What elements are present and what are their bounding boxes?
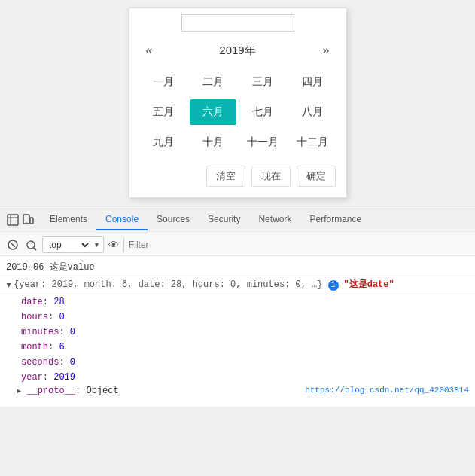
devtools-toolbar: top ▼ 👁 bbox=[0, 233, 475, 256]
device-icon[interactable] bbox=[21, 213, 35, 227]
inspect-icon[interactable] bbox=[6, 213, 20, 227]
svg-line-7 bbox=[11, 243, 15, 247]
month-cell-11[interactable]: 十一月 bbox=[239, 130, 286, 155]
prop-minutes: minutes: 0 bbox=[0, 325, 475, 340]
prop-year: year: 2019 bbox=[0, 370, 475, 385]
tab-console[interactable]: Console bbox=[96, 209, 148, 230]
context-selector[interactable]: top ▼ bbox=[42, 236, 104, 253]
proto-expand-arrow[interactable]: ▶ bbox=[17, 387, 21, 395]
month-cell-4[interactable]: 四月 bbox=[289, 69, 336, 95]
confirm-button[interactable]: 确定 bbox=[297, 166, 336, 187]
console-obj-line: ▶ {year: 2019, month: 6, date: 28, hours… bbox=[0, 276, 475, 294]
console-text-1: 2019-06 这是value bbox=[6, 262, 95, 273]
filter-input[interactable] bbox=[129, 240, 469, 250]
svg-point-8 bbox=[27, 241, 35, 249]
eye-icon[interactable]: 👁 bbox=[108, 239, 119, 251]
calendar-input-row bbox=[129, 8, 346, 38]
console-value-line: 2019-06 这是value bbox=[0, 259, 475, 276]
month-cell-10[interactable]: 十月 bbox=[190, 130, 236, 155]
calendar-input[interactable] bbox=[181, 14, 294, 32]
year-label: 2019年 bbox=[219, 44, 255, 58]
months-grid: 一月二月三月四月五月六月七月八月九月十月十一月十二月 bbox=[129, 63, 346, 161]
tab-elements[interactable]: Elements bbox=[41, 209, 96, 230]
month-cell-2[interactable]: 二月 bbox=[190, 69, 236, 95]
calendar-nav: « 2019年 » bbox=[129, 38, 346, 63]
month-cell-6[interactable]: 六月 bbox=[190, 99, 236, 125]
tab-sources[interactable]: Sources bbox=[148, 209, 199, 230]
obj-summary: {year: 2019, month: 6, date: 28, hours: … bbox=[14, 278, 322, 291]
tab-security[interactable]: Security bbox=[199, 209, 249, 230]
url-hint: https://blog.csdn.net/qq_42003814 bbox=[305, 386, 469, 395]
info-icon[interactable]: i bbox=[328, 280, 339, 291]
devtools-panel: Elements Console Sources Security Networ… bbox=[0, 206, 475, 407]
svg-line-9 bbox=[34, 248, 36, 250]
proto-label: __proto__: Object bbox=[26, 386, 118, 396]
svg-rect-4 bbox=[30, 218, 33, 224]
toolbar-divider bbox=[123, 238, 124, 252]
chevron-down-icon: ▼ bbox=[93, 241, 100, 249]
month-cell-12[interactable]: 十二月 bbox=[289, 130, 336, 155]
svg-rect-3 bbox=[23, 215, 29, 224]
month-cell-9[interactable]: 九月 bbox=[140, 130, 187, 155]
proto-line: ▶ __proto__: Object https://blog.csdn.ne… bbox=[0, 385, 475, 397]
tab-network[interactable]: Network bbox=[249, 209, 300, 230]
month-cell-7[interactable]: 七月 bbox=[239, 99, 286, 125]
month-cell-8[interactable]: 八月 bbox=[289, 99, 336, 125]
context-dropdown[interactable]: top bbox=[46, 239, 91, 251]
devtools-tabs: Elements Console Sources Security Networ… bbox=[0, 206, 475, 233]
calendar-footer: 清空 现在 确定 bbox=[129, 161, 346, 190]
prop-seconds: seconds: 0 bbox=[0, 355, 475, 370]
console-output: 2019-06 这是value ▶ {year: 2019, month: 6,… bbox=[0, 256, 475, 407]
next-year-arrow[interactable]: » bbox=[318, 42, 334, 59]
prop-date: date: 28 bbox=[0, 294, 475, 310]
now-button[interactable]: 现在 bbox=[251, 166, 291, 187]
clear-button[interactable]: 清空 bbox=[206, 166, 245, 187]
expand-arrow[interactable]: ▶ bbox=[2, 283, 15, 288]
filter-icon[interactable] bbox=[24, 238, 38, 252]
month-cell-5[interactable]: 五月 bbox=[140, 99, 187, 125]
month-cell-1[interactable]: 一月 bbox=[140, 69, 187, 95]
prop-hours: hours: 0 bbox=[0, 310, 475, 325]
obj-string-value: "这是date" bbox=[344, 278, 394, 291]
prev-year-arrow[interactable]: « bbox=[142, 42, 157, 59]
svg-rect-0 bbox=[8, 215, 18, 225]
month-cell-3[interactable]: 三月 bbox=[239, 69, 286, 95]
tab-performance[interactable]: Performance bbox=[300, 209, 370, 230]
clear-console-icon[interactable] bbox=[6, 238, 20, 252]
calendar-picker: « 2019年 » 一月二月三月四月五月六月七月八月九月十月十一月十二月 清空 … bbox=[129, 8, 347, 198]
prop-month: month: 6 bbox=[0, 340, 475, 355]
